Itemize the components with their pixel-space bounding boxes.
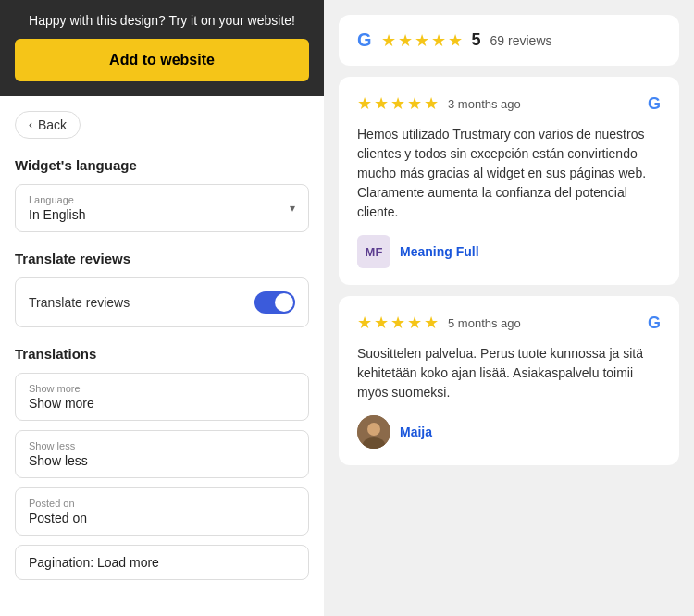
r1-star-5: ★ <box>424 93 439 114</box>
add-to-website-button[interactable]: Add to website <box>15 39 309 81</box>
show-less-field[interactable]: Show less Show less <box>15 430 309 478</box>
translate-reviews-toggle-row: Translate reviews <box>15 277 309 327</box>
review-1-text: Hemos utilizado Trustmary con varios de … <box>357 125 661 222</box>
language-value: In English <box>29 207 295 222</box>
header-tagline: Happy with this design? Try it on your w… <box>15 13 309 28</box>
chevron-down-icon: ▾ <box>290 202 295 215</box>
show-more-value: Show more <box>29 396 295 411</box>
reviewer-1-logo: MF <box>357 235 390 268</box>
review-1-reviewer: MF Meaning Full <box>357 235 661 268</box>
r1-star-4: ★ <box>407 93 422 114</box>
review-2-google-badge: G <box>648 314 661 333</box>
google-icon: G <box>357 30 372 51</box>
translations-title: Translations <box>15 346 309 362</box>
reviewer-2-avatar <box>357 415 390 449</box>
review-1-stars: ★ ★ ★ ★ ★ <box>357 93 439 114</box>
review-1-google-badge: G <box>648 94 661 114</box>
review-card-2-header: ★ ★ ★ ★ ★ 5 months ago G <box>357 313 661 333</box>
header-bar: Happy with this design? Try it on your w… <box>0 0 324 96</box>
rating-number: 5 <box>472 31 481 50</box>
right-panel: G ★ ★ ★ ★ ★ 5 69 reviews ★ ★ ★ ★ ★ 3 mon… <box>324 0 694 616</box>
translate-reviews-toggle[interactable] <box>254 291 295 314</box>
r2-star-2: ★ <box>374 313 389 333</box>
r2-star-1: ★ <box>357 313 372 333</box>
summary-stars: ★ ★ ★ ★ ★ <box>381 31 463 51</box>
review-card-2: ★ ★ ★ ★ ★ 5 months ago G Suosittelen pal… <box>339 296 679 465</box>
toggle-thumb <box>275 293 293 312</box>
r2-star-5: ★ <box>424 313 439 333</box>
review-count: 69 reviews <box>490 33 552 48</box>
review-1-time: 3 months ago <box>448 97 521 111</box>
posted-on-value: Posted on <box>29 511 295 525</box>
translate-reviews-title: Translate reviews <box>15 251 309 266</box>
review-card-1-header: ★ ★ ★ ★ ★ 3 months ago G <box>357 93 661 114</box>
back-button[interactable]: ‹ Back <box>15 111 81 139</box>
posted-on-field[interactable]: Posted on Posted on <box>15 487 309 536</box>
review-1-meta: ★ ★ ★ ★ ★ 3 months ago <box>357 93 521 114</box>
r1-star-1: ★ <box>357 93 372 114</box>
pagination-field[interactable]: Pagination: Load more <box>15 545 309 580</box>
star-5: ★ <box>448 31 463 51</box>
left-panel: Happy with this design? Try it on your w… <box>0 0 324 616</box>
widget-language-title: Widget's language <box>15 157 309 173</box>
star-4: ★ <box>431 31 446 51</box>
r2-star-3: ★ <box>390 313 405 333</box>
language-label: Language <box>29 194 295 205</box>
show-less-label: Show less <box>29 440 295 451</box>
r1-star-3: ★ <box>390 93 405 114</box>
reviewer-1-name: Meaning Full <box>400 244 479 259</box>
r2-star-4: ★ <box>407 313 422 333</box>
review-2-meta: ★ ★ ★ ★ ★ 5 months ago <box>357 313 521 333</box>
language-select[interactable]: Language In English ▾ <box>15 184 309 232</box>
r1-star-2: ★ <box>374 93 389 114</box>
svg-point-1 <box>367 423 380 436</box>
review-2-text: Suosittelen palvelua. Perus tuote kunnos… <box>357 344 661 402</box>
show-less-value: Show less <box>29 453 295 468</box>
translate-reviews-label: Translate reviews <box>29 295 130 310</box>
chevron-left-icon: ‹ <box>29 118 32 131</box>
reviewer-2-name: Maija <box>400 425 432 439</box>
review-2-time: 5 months ago <box>448 316 521 330</box>
review-summary-card: G ★ ★ ★ ★ ★ 5 69 reviews <box>339 15 679 66</box>
review-2-reviewer: Maija <box>357 415 661 449</box>
star-2: ★ <box>398 31 413 51</box>
show-more-label: Show more <box>29 383 295 394</box>
star-3: ★ <box>415 31 429 51</box>
pagination-value: Pagination: Load more <box>29 555 295 570</box>
posted-on-label: Posted on <box>29 498 295 509</box>
review-2-stars: ★ ★ ★ ★ ★ <box>357 313 439 333</box>
star-1: ★ <box>381 31 396 51</box>
show-more-field[interactable]: Show more Show more <box>15 373 309 421</box>
review-card-1: ★ ★ ★ ★ ★ 3 months ago G Hemos utilizado… <box>339 77 679 285</box>
panel-body: ‹ Back Widget's language Language In Eng… <box>0 96 324 616</box>
